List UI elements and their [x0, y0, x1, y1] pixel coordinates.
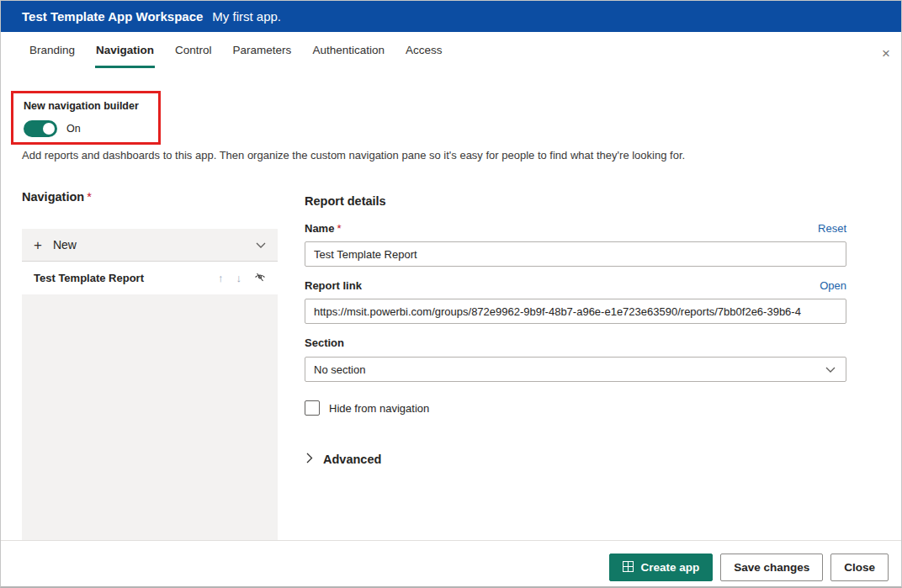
- name-label: Name*: [305, 222, 341, 235]
- footer-divider: [1, 540, 901, 541]
- section-dropdown[interactable]: No section: [305, 357, 846, 382]
- required-asterisk: *: [337, 222, 341, 235]
- footer-actions: Create app Save changes Close: [609, 554, 889, 581]
- app-grid-icon: [623, 561, 634, 575]
- link-field-row: Report link Open: [305, 279, 846, 292]
- section-label: Section: [305, 336, 344, 349]
- create-app-button[interactable]: Create app: [609, 554, 713, 581]
- report-link-input[interactable]: [305, 299, 846, 324]
- navigation-heading: Navigation*: [22, 190, 92, 204]
- tab-parameters[interactable]: Parameters: [232, 42, 293, 68]
- close-button[interactable]: Close: [830, 554, 889, 581]
- template-app-dialog: Test Template App Workspace My first app…: [0, 0, 902, 588]
- chevron-right-icon: [306, 452, 313, 467]
- report-details-heading: Report details: [305, 194, 386, 208]
- nav-item-actions: ↑ ↓: [218, 271, 266, 286]
- toggle-knob: [43, 123, 55, 135]
- tab-authentication[interactable]: Authentication: [311, 42, 385, 68]
- new-item-label: New: [53, 238, 77, 252]
- tab-access[interactable]: Access: [405, 42, 443, 68]
- move-up-icon[interactable]: ↑: [218, 273, 224, 283]
- workspace-header: Test Template App Workspace My first app…: [1, 1, 901, 32]
- chevron-down-icon[interactable]: [256, 237, 266, 252]
- create-app-label: Create app: [640, 561, 699, 574]
- new-nav-builder-highlight: New navigation builder On: [11, 91, 161, 145]
- hide-from-navigation-label: Hide from navigation: [329, 402, 429, 415]
- new-nav-builder-label: New navigation builder: [24, 100, 150, 112]
- app-name: My first app.: [212, 9, 281, 24]
- section-selected-value: No section: [314, 363, 365, 376]
- new-item-button[interactable]: + New: [22, 229, 278, 262]
- tab-branding[interactable]: Branding: [29, 42, 76, 68]
- move-down-icon[interactable]: ↓: [236, 273, 242, 283]
- name-label-text: Name: [305, 222, 334, 235]
- nav-list-item[interactable]: Test Template Report ↑ ↓: [22, 262, 278, 294]
- required-asterisk: *: [87, 190, 92, 204]
- chevron-down-icon: [825, 362, 836, 377]
- section-field-row: Section: [305, 336, 846, 349]
- report-details-section: Report details Name* Reset Report link O…: [305, 194, 846, 497]
- plus-icon: +: [34, 238, 42, 252]
- advanced-label: Advanced: [323, 453, 381, 466]
- tab-bar: Branding Navigation Control Parameters A…: [29, 42, 443, 68]
- advanced-expander[interactable]: Advanced: [306, 452, 381, 467]
- tab-navigation[interactable]: Navigation: [95, 42, 155, 68]
- navigation-list-panel: + New Test Template Report ↑ ↓: [22, 229, 278, 540]
- description-text: Add reports and dashboards to this app. …: [22, 149, 685, 162]
- report-name-input[interactable]: [305, 241, 846, 267]
- nav-item-label: Test Template Report: [34, 272, 144, 284]
- close-icon[interactable]: ×: [880, 45, 892, 62]
- toggle-state-label: On: [66, 123, 81, 135]
- workspace-title: Test Template App Workspace: [22, 9, 203, 24]
- save-changes-button[interactable]: Save changes: [720, 554, 823, 581]
- name-field-row: Name* Reset: [305, 222, 846, 235]
- hide-from-navigation-row[interactable]: Hide from navigation: [305, 400, 429, 416]
- hide-from-navigation-checkbox[interactable]: [305, 400, 320, 416]
- hide-item-icon[interactable]: [254, 271, 266, 286]
- new-nav-builder-toggle[interactable]: [24, 120, 57, 137]
- open-link[interactable]: Open: [820, 279, 846, 292]
- reset-link[interactable]: Reset: [818, 222, 846, 235]
- new-nav-builder-toggle-row: On: [24, 120, 150, 137]
- report-link-label: Report link: [305, 279, 362, 292]
- tab-control[interactable]: Control: [174, 42, 213, 68]
- navigation-heading-text: Navigation: [22, 190, 84, 204]
